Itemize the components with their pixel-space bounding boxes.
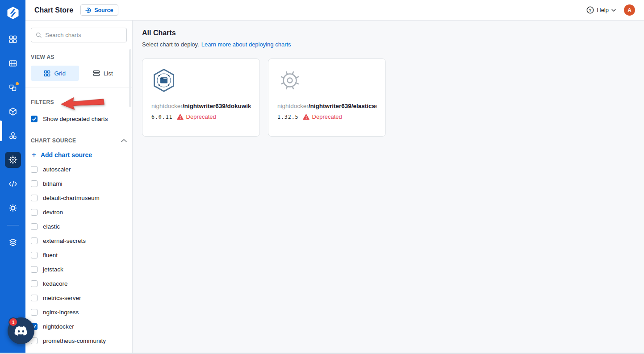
helm-placeholder-icon xyxy=(277,68,302,93)
topbar-right: ? Help A xyxy=(586,4,635,16)
nav-global-config-icon[interactable] xyxy=(5,200,21,216)
nav-chart-store-icon[interactable] xyxy=(5,152,21,168)
page-title: Chart Store xyxy=(34,6,73,14)
show-deprecated-label: Show deprecated charts xyxy=(43,116,108,122)
nav-application-groups-icon[interactable] xyxy=(5,55,21,71)
chart-source-section-header[interactable]: CHART SOURCE xyxy=(31,137,127,144)
chart-source-name: fluent xyxy=(43,252,58,258)
chart-source-name: jetstack xyxy=(43,266,63,273)
chart-source-name: elastic xyxy=(43,223,60,230)
source-button-label: Source xyxy=(94,7,113,13)
chart-source-checkbox[interactable]: prometheus-community xyxy=(31,333,127,348)
help-icon: ? xyxy=(586,6,594,14)
panel-divider xyxy=(25,87,132,87)
source-button[interactable]: Source xyxy=(80,4,118,16)
chart-source-checkbox[interactable]: bitnami xyxy=(31,176,127,191)
rail-nav xyxy=(0,31,25,250)
checkbox-icon xyxy=(31,295,38,301)
chart-repo: nightdocker xyxy=(277,103,309,109)
chart-source-name: prometheus-community xyxy=(43,337,106,344)
chart-repo: nightdocker xyxy=(151,103,183,109)
deprecated-badge: Deprecated xyxy=(303,113,342,120)
chart-source-checkbox[interactable]: elastic xyxy=(31,219,127,233)
chart-name: nightdocker/nightwriter639/dokuwiki xyxy=(151,103,251,109)
chart-source-name: nginx-ingress xyxy=(43,309,79,316)
warning-triangle-icon xyxy=(303,114,309,120)
chart-source-name: bitnami xyxy=(43,180,63,187)
checkbox-icon xyxy=(31,266,38,273)
chart-path: /nightwriter639/dokuwiki xyxy=(183,103,251,109)
chart-source-checkbox[interactable]: fluent xyxy=(31,248,127,262)
nav-code-icon[interactable] xyxy=(5,176,21,192)
view-as-label: VIEW AS xyxy=(31,54,127,60)
checkbox-icon xyxy=(31,309,38,316)
chart-store-page: 1 Chart Store Source ? Help xyxy=(0,0,644,354)
nav-apps-icon[interactable] xyxy=(5,31,21,47)
devtron-logo[interactable] xyxy=(0,0,25,26)
grid-view-icon xyxy=(44,70,50,77)
chart-source-checkbox[interactable]: nightdocker xyxy=(31,319,127,333)
deprecated-label: Deprecated xyxy=(312,113,342,120)
view-toggle: Grid List xyxy=(31,66,127,81)
subtitle-text: Select chart to deploy. xyxy=(142,41,199,48)
list-view-icon xyxy=(93,70,100,76)
chart-meta: 1.32.5 Deprecated xyxy=(277,113,376,120)
chart-source-name: devtron xyxy=(43,209,63,216)
checkbox-icon xyxy=(31,223,38,230)
checkbox-icon xyxy=(31,237,38,244)
filters-label: FILTERS xyxy=(31,99,127,105)
view-list-button[interactable]: List xyxy=(79,66,127,81)
chart-name: nightdocker/nightwriter639/elasticse… xyxy=(277,103,376,109)
search-input[interactable] xyxy=(45,32,122,38)
nav-clusters-icon[interactable] xyxy=(5,128,21,144)
dokuwiki-chart-icon xyxy=(151,68,176,93)
content-subtitle: Select chart to deploy.Learn more about … xyxy=(142,41,635,48)
nav-jobs-icon[interactable] xyxy=(5,79,21,96)
chat-notification-badge: 1 xyxy=(8,317,18,327)
chart-source-checkbox[interactable]: devtron xyxy=(31,205,127,219)
panel-scrollbar[interactable] xyxy=(129,49,131,107)
chart-source-checkbox[interactable]: metrics-server xyxy=(31,291,127,305)
checkbox-icon xyxy=(31,252,38,258)
chart-version: 6.0.11 xyxy=(151,114,173,120)
show-deprecated-checkbox[interactable]: Show deprecated charts xyxy=(31,112,127,126)
nav-package-icon[interactable] xyxy=(5,104,21,120)
chart-source-checkbox[interactable]: nginx-ingress xyxy=(31,305,127,319)
chart-source-checkbox[interactable]: external-secrets xyxy=(31,233,127,248)
checkbox-icon xyxy=(31,166,38,173)
chart-source-checkbox[interactable]: autoscaler xyxy=(31,162,127,176)
deprecated-badge: Deprecated xyxy=(177,113,216,120)
chart-source-checkbox[interactable]: jetstack xyxy=(31,262,127,276)
chart-source-name: autoscaler xyxy=(43,166,71,173)
notification-dot xyxy=(16,82,19,85)
rail-active-indicator xyxy=(0,121,2,141)
svg-text:?: ? xyxy=(589,8,592,12)
chat-widget-button[interactable]: 1 xyxy=(8,317,34,344)
chevron-down-icon xyxy=(611,9,616,12)
avatar[interactable]: A xyxy=(624,4,635,16)
checkbox-icon xyxy=(31,195,38,201)
add-chart-source-button[interactable]: + Add chart source xyxy=(32,151,127,158)
avatar-letter: A xyxy=(627,7,631,13)
help-label: Help xyxy=(597,7,609,13)
discord-icon xyxy=(13,325,29,337)
view-grid-button[interactable]: Grid xyxy=(31,66,79,81)
chart-cards: nightdocker/nightwriter639/dokuwiki 6.0.… xyxy=(142,58,635,137)
chart-card-elasticsearch[interactable]: nightdocker/nightwriter639/elasticse… 1.… xyxy=(268,58,386,137)
learn-more-link[interactable]: Learn more about deploying charts xyxy=(201,41,291,48)
chart-source-checkbox[interactable]: kedacore xyxy=(31,276,127,291)
chart-source-checkbox[interactable]: default-chartmuseum xyxy=(31,191,127,205)
chart-source-name: nightdocker xyxy=(43,323,74,330)
add-chart-source-label: Add chart source xyxy=(41,151,92,158)
chart-source-name: default-chartmuseum xyxy=(43,195,100,201)
left-nav-rail xyxy=(0,0,25,353)
filter-panel: VIEW AS Grid List FILTERS xyxy=(25,21,133,353)
chart-search xyxy=(31,28,127,42)
nav-stack-manager-icon[interactable] xyxy=(5,234,21,250)
plus-icon: + xyxy=(32,151,36,158)
checkbox-icon xyxy=(31,280,38,287)
main-content: All Charts Select chart to deploy.Learn … xyxy=(133,21,644,353)
help-menu[interactable]: ? Help xyxy=(586,6,616,14)
chart-card-dokuwiki[interactable]: nightdocker/nightwriter639/dokuwiki 6.0.… xyxy=(142,58,260,137)
rail-divider xyxy=(7,225,19,225)
